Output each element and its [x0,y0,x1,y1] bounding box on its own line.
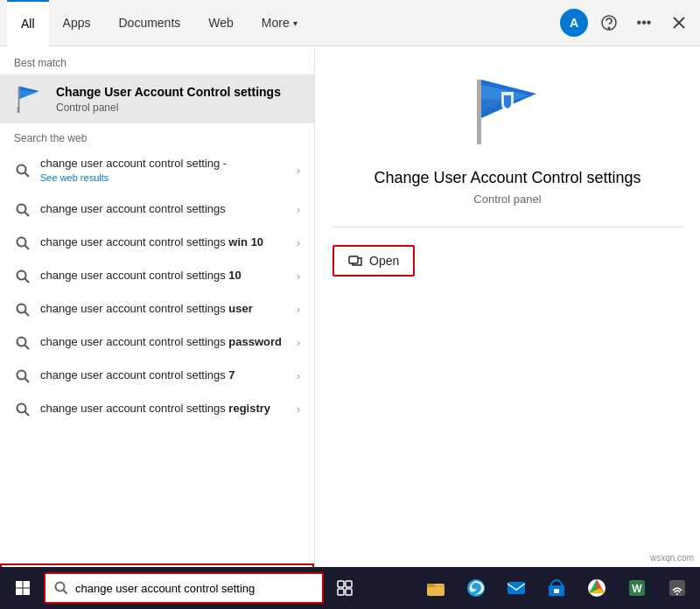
svg-point-13 [18,270,26,279]
svg-rect-31 [24,581,31,588]
result-text: change user account control settings win… [40,234,288,250]
svg-rect-30 [16,581,23,588]
chevron-right-icon: › [297,204,300,216]
tab-more[interactable]: More ▾ [248,0,312,46]
best-match-label: Best match [0,46,314,74]
result-text: change user account control settings 7 [40,368,288,383]
taskbar-search-icon [54,581,68,595]
list-item[interactable]: change user account control settings 10 … [0,260,314,293]
search-icon [14,162,32,179]
network-icon[interactable] [658,569,696,607]
watermark: wsxqn.com [648,552,696,564]
svg-line-14 [25,278,30,283]
divider [332,227,682,228]
svg-point-7 [18,164,26,173]
mail-icon[interactable] [497,569,536,607]
svg-point-0 [608,27,610,29]
tab-bar-right: A ••• [560,9,693,37]
svg-line-10 [25,212,30,216]
result-text: change user account control settings pas… [40,334,288,350]
svg-rect-41 [427,584,435,587]
close-icon[interactable] [665,9,693,37]
svg-text:W: W [632,583,642,595]
svg-line-12 [25,245,30,249]
open-button-label: Open [369,254,399,268]
search-icon [14,401,32,418]
open-icon [348,254,362,268]
chevron-right-icon: › [297,304,300,316]
chevron-right-icon: › [297,164,300,177]
taskbar-search[interactable]: change user account control setting [44,572,324,604]
best-match-text-block: Change User Account Control settings Con… [56,84,281,114]
chevron-right-icon: › [297,370,300,382]
tab-bar: All Apps Documents Web More ▾ A [0,0,700,46]
result-text: change user account control settings [40,201,288,217]
svg-rect-37 [346,581,352,587]
search-icon [14,234,32,252]
windows-flag-icon [16,85,44,113]
tab-apps-label: Apps [63,16,91,30]
tab-all[interactable]: All [7,0,49,46]
tab-web-label: Web [208,16,234,30]
svg-line-22 [25,411,30,416]
extra-app-icon[interactable]: W [618,569,656,607]
svg-rect-3 [18,107,20,113]
svg-rect-4 [18,87,20,107]
tab-web[interactable]: Web [194,0,248,46]
tab-apps[interactable]: Apps [49,0,105,46]
list-item[interactable]: change user account control settings use… [0,293,314,326]
task-view-button[interactable] [326,569,364,607]
store-icon[interactable] [537,569,576,607]
chevron-down-icon: ▾ [293,18,298,28]
svg-line-16 [25,312,30,316]
svg-point-21 [18,403,26,412]
svg-point-15 [18,304,26,312]
uac-large-icon [468,73,547,151]
svg-rect-33 [24,589,31,596]
svg-point-19 [18,370,26,379]
search-icon [14,201,32,219]
svg-point-11 [18,237,26,246]
chevron-right-icon: › [297,237,300,249]
list-item[interactable]: change user account control settings win… [0,227,314,260]
list-item[interactable]: change user account control settings › [0,193,314,227]
svg-line-8 [25,172,30,177]
list-item[interactable]: change user account control settings pas… [0,326,314,360]
list-item[interactable]: change user account control setting - Se… [0,148,314,193]
chevron-right-icon: › [297,403,300,416]
feedback-icon[interactable] [595,9,623,37]
best-match-item[interactable]: Change User Account Control settings Con… [0,74,314,123]
more-options-icon[interactable]: ••• [630,9,658,37]
taskbar-icons-right: W [416,569,696,607]
chrome-icon[interactable] [578,569,616,607]
list-item[interactable]: change user account control settings reg… [0,393,314,426]
web-section-label: Search the web [0,123,314,148]
svg-line-35 [64,591,67,594]
right-panel: Change User Account Control settings Con… [315,46,700,609]
open-button[interactable]: Open [332,245,415,276]
tab-documents[interactable]: Documents [104,0,194,46]
avatar[interactable]: A [560,9,588,37]
svg-rect-39 [346,589,352,595]
svg-point-17 [18,337,26,346]
result-text: change user account control settings reg… [40,401,288,416]
list-item[interactable]: change user account control settings 7 › [0,360,314,393]
file-explorer-icon[interactable] [416,569,455,607]
see-web-results: See web results [40,172,288,185]
avatar-letter: A [570,16,578,30]
tab-documents-label: Documents [118,16,180,30]
search-icon [14,368,32,385]
left-panel: Best match Change User Account Contro [0,46,315,609]
start-button[interactable] [4,569,42,607]
svg-rect-45 [554,589,559,593]
search-icon [14,334,32,352]
right-subtitle: Control panel [473,192,541,206]
tab-more-label: More [262,16,290,30]
svg-rect-38 [338,589,344,595]
search-window: All Apps Documents Web More ▾ A [0,0,700,609]
edge-browser-icon[interactable] [457,569,495,607]
main-content: Best match Change User Account Contro [0,46,700,609]
taskbar-search-text: change user account control setting [75,582,313,595]
svg-line-18 [25,345,30,349]
uac-icon [14,83,46,115]
